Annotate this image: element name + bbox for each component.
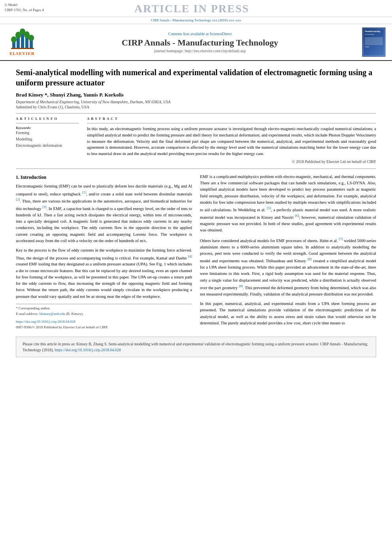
doi-link[interactable]: https://doi.org/10.1016/j.cirp.2018.04.0… (16, 320, 75, 324)
email-note: E-mail address: bkinsey@unh.edu (B. Kins… (16, 311, 192, 317)
copyright: © 2018 Published by Elsevier Ltd on beha… (87, 159, 376, 164)
journal-ref: CIRP Annals - Manufacturing Technology x… (0, 17, 392, 24)
citation-bar: Please cite this article in press as: Ki… (16, 337, 376, 357)
body-section: 1. Introduction Electromagnetic forming … (16, 174, 376, 330)
keyword-1: Forming (16, 130, 79, 136)
right-para-3: In this paper, numerical, analytical, an… (200, 301, 376, 326)
intro-para-1: Electromagnetic forming (EMF) can be use… (16, 183, 192, 244)
authors: Brad Kinsey *, Shunyi Zhang, Yannis P. K… (16, 92, 376, 98)
citation-doi-link[interactable]: https://doi.org/10.1016/j.cirp.2018.04.0… (55, 348, 121, 352)
top-bar: G Model CIRP-1761; No. of Pages 4 ARTICL… (0, 0, 392, 17)
article-info-heading: A R T I C L E I N F O (16, 117, 79, 121)
info-divider (16, 123, 79, 123)
corresponding-author-note: * Corresponding author. (16, 306, 192, 311)
abstract-divider (87, 123, 376, 123)
science-direct-link: Contents lists available at ScienceDirec… (38, 32, 362, 36)
keywords-list: Forming Modelling Electromagnetic deform… (16, 130, 79, 149)
right-para-1: EMF is a complicated multiphysics proble… (200, 174, 376, 233)
svg-point-9 (28, 35, 34, 41)
ref-1: [1] (82, 190, 87, 194)
keywords-label: Keywords: (16, 126, 79, 130)
ref-7: [7] (339, 237, 343, 241)
journal-center: Contents lists available at ScienceDirec… (38, 32, 362, 53)
elsevier-logo: ELSEVIER (6, 28, 38, 56)
svg-point-5 (11, 36, 17, 43)
journal-cover-image: Manufacturing Technology CIRP (362, 27, 386, 57)
elsevier-wordmark: ELSEVIER (9, 51, 35, 56)
keyword-3: Electromagnetic deformation (16, 142, 79, 149)
journal-header: ELSEVIER Contents lists available at Sci… (0, 24, 392, 61)
ref-8b: [8] (239, 284, 243, 288)
footnotes: * Corresponding author. E-mail address: … (16, 304, 192, 330)
issn-line: 0007-8506/© 2018 Published by Elsevier L… (16, 325, 192, 330)
section-1-title: 1. Introduction (16, 174, 192, 181)
divider-1 (16, 113, 376, 114)
svg-rect-10 (11, 48, 34, 49)
ref-8a: [8] (307, 257, 312, 261)
abstract-heading: A B S T R A C T (87, 117, 376, 121)
ref-5: [5] (267, 206, 271, 210)
ref-3: [3] (42, 205, 47, 209)
article-info-col: A R T I C L E I N F O Keywords: Forming … (16, 117, 79, 164)
article-in-press-label: ARTICLE IN PRESS (44, 2, 340, 15)
affiliation: Department of Mechanical Engineering, Un… (16, 100, 376, 104)
article-info-abstract: A R T I C L E I N F O Keywords: Forming … (16, 117, 376, 164)
g-model-info: G Model CIRP-1761; No. of Pages 4 (5, 2, 44, 12)
doi-line: https://doi.org/10.1016/j.cirp.2018.04.0… (16, 319, 192, 325)
journal-homepage: journal homepage: http://ees.elsevier.co… (38, 49, 362, 53)
science-direct-text[interactable]: ScienceDirect (209, 32, 232, 36)
body-col-right: EMF is a complicated multiphysics proble… (200, 174, 376, 330)
article-title: Semi-analytical modelling with numerical… (16, 67, 376, 88)
submitted-by: Submitted by Chris Evans (1), Charlotte,… (16, 105, 376, 109)
elsevier-tree-icon (10, 28, 34, 50)
ref-2: [2] (16, 197, 20, 201)
ref-6: [6] (295, 214, 299, 218)
right-para-2: Others have considered analytical models… (200, 237, 376, 297)
intro-para-2: Key to the process is the flow of eddy c… (16, 247, 192, 300)
abstract-col: A B S T R A C T In this study, an electr… (87, 117, 376, 164)
body-col-left: 1. Introduction Electromagnetic forming … (16, 174, 192, 330)
email-link[interactable]: bkinsey@unh.edu (40, 312, 65, 316)
journal-title: CIRP Annals - Manufacturing Technology (38, 38, 362, 48)
created-text: created (16, 262, 28, 266)
keyword-2: Modelling (16, 136, 79, 142)
ref-4: [4] (188, 254, 192, 258)
article-content: Semi-analytical modelling with numerical… (0, 61, 392, 364)
divider-2 (16, 169, 376, 169)
abstract-text: In this study, an electromagnetic formin… (87, 126, 376, 157)
